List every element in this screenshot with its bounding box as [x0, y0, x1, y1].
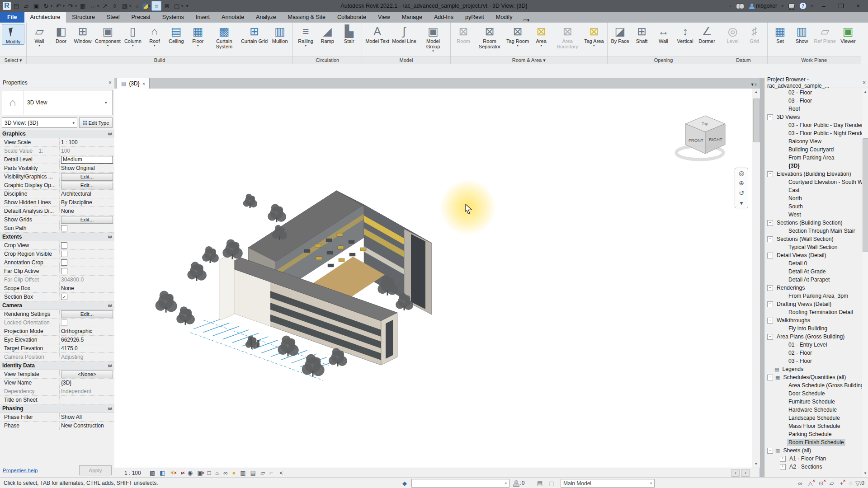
type-selector[interactable]: ⌂ 3D View ▾: [2, 90, 113, 115]
property-value[interactable]: Architectural: [61, 190, 91, 198]
type-selector-dropdown-icon[interactable]: ▾: [105, 100, 112, 105]
zoom-icon[interactable]: ⊕: [739, 179, 744, 187]
panel-label-room-area[interactable]: Room & Area ▾: [451, 56, 607, 64]
show-button[interactable]: ▥Show: [791, 24, 813, 44]
scroll-down-icon[interactable]: ▼: [752, 460, 760, 468]
tree-item-room-finish-schedule[interactable]: Room Finish Schedule: [764, 438, 862, 446]
drag-on-selection-toggle[interactable]: +: [840, 480, 844, 487]
tree-item-parking-schedule[interactable]: Parking Schedule: [764, 430, 862, 438]
tree-item-balcony-view[interactable]: Balcony View: [764, 137, 862, 145]
save-icon[interactable]: ▣: [32, 1, 41, 10]
property-value[interactable]: Show All: [61, 413, 82, 421]
tree-item-renderings[interactable]: −Renderings: [764, 284, 862, 292]
properties-close-icon[interactable]: ×: [108, 80, 112, 86]
dropdown-icon[interactable]: ▾: [505, 481, 507, 485]
tree-item-fly-into-building[interactable]: Fly into Building: [764, 324, 862, 333]
collapse-toggle-icon[interactable]: −: [767, 285, 773, 291]
section-icon[interactable]: ○: [132, 1, 142, 10]
crop-region-icon[interactable]: □: [207, 469, 211, 476]
temporary-hide-isolate-icon[interactable]: ∞: [223, 469, 227, 476]
tab-manage[interactable]: Manage: [396, 12, 428, 23]
tab-view[interactable]: View: [372, 12, 396, 23]
tree-item-03-floor-public-night-rende[interactable]: 03 - Floor Public - Night Rende: [764, 129, 862, 137]
property-value[interactable]: {3D}: [61, 379, 71, 387]
scroll-right-icon[interactable]: ›: [741, 469, 750, 477]
property-value[interactable]: 4175.0: [61, 344, 78, 352]
user-menu-dropdown-icon[interactable]: ▾: [782, 4, 783, 8]
navigation-bar[interactable]: ◎⊕↺▾: [735, 168, 748, 208]
tree-item-detail-at-parapet[interactable]: Detail At Parapet: [764, 276, 862, 284]
qat-customize-icon[interactable]: ▾: [184, 1, 190, 10]
temporary-view-properties-icon[interactable]: ▥: [240, 469, 245, 476]
undo-icon-dropdown[interactable]: ▾: [63, 4, 65, 8]
collapse-section-icon[interactable]: ∧∧: [108, 130, 112, 138]
sync-with-central-icon-dropdown[interactable]: ▾: [51, 4, 52, 8]
section-graphics[interactable]: Graphics∧∧: [0, 130, 114, 138]
tree-item-a1-floor-plan[interactable]: +A1 - Floor Plan: [764, 455, 862, 463]
select-links-toggle[interactable]: ∞: [798, 480, 802, 487]
tree-item-02-floor[interactable]: 02 - Floor: [764, 349, 862, 357]
tree-item-mass-floor-schedule[interactable]: Mass Floor Schedule: [764, 422, 862, 430]
railing-dropdown-icon[interactable]: ▾: [305, 44, 307, 47]
shaft-button[interactable]: ⊞Shaft: [631, 24, 653, 44]
full-navigation-wheel-icon[interactable]: ◎: [739, 169, 744, 177]
properties-help-link[interactable]: Properties help: [3, 468, 38, 473]
section-identity-data[interactable]: Identity Data∧∧: [0, 361, 114, 370]
checkbox-unchecked[interactable]: [61, 251, 67, 257]
roof-dropdown-icon[interactable]: ▾: [154, 44, 156, 47]
curtain-grid-button[interactable]: ⊞Curtain Grid: [240, 24, 269, 44]
project-browser-close-icon[interactable]: ×: [863, 80, 866, 86]
property-value[interactable]: New Construction: [61, 422, 104, 430]
view-selector-dropdown-icon[interactable]: ▾: [72, 121, 75, 125]
checkbox-unchecked[interactable]: [61, 268, 67, 274]
collapse-toggle-icon[interactable]: −: [767, 375, 773, 380]
room-separator-button[interactable]: ⊠Room Separator: [474, 24, 505, 49]
tree-item--3d-[interactable]: {3D}: [764, 162, 862, 170]
tree-item-a2-sections[interactable]: +A2 - Sections: [764, 463, 862, 471]
tag-area-button[interactable]: ⊠Tag Area▾: [583, 24, 605, 47]
tree-item-elevations-building-elevation-[interactable]: −Elevations (Building Elevation): [764, 170, 862, 178]
tag-room-dropdown-icon[interactable]: ▾: [517, 44, 519, 47]
dropdown-icon[interactable]: ▾: [650, 481, 652, 485]
tree-item-roof[interactable]: Roof: [764, 105, 862, 113]
edit-button[interactable]: Edit...: [61, 310, 113, 318]
scroll-down-icon[interactable]: ▼: [862, 470, 868, 477]
active-workset-dropdown[interactable]: ▾: [411, 479, 509, 488]
stair-button[interactable]: ▙Stair: [338, 24, 360, 44]
tab-insert[interactable]: Insert: [190, 12, 216, 23]
collapse-toggle-icon[interactable]: −: [767, 220, 773, 226]
ceiling-button[interactable]: ▤Ceiling: [165, 24, 187, 44]
tab-pyrevit[interactable]: pyRevit: [459, 12, 490, 23]
tree-item-section-through-main-stair[interactable]: Section Through Main Stair: [764, 227, 862, 235]
collapse-toggle-icon[interactable]: −: [767, 318, 773, 324]
floor-button[interactable]: ▦Floor▾: [187, 24, 209, 47]
tree-item-walkthroughs[interactable]: −Walkthroughs: [764, 316, 862, 324]
expand-toggle-icon[interactable]: +: [780, 464, 786, 470]
collapse-search-icon[interactable]: ‹: [730, 3, 732, 9]
roof-button[interactable]: ⌂Roof▾: [144, 24, 165, 47]
shadows-icon[interactable]: ◑: [179, 469, 183, 476]
panel-label-select[interactable]: Select ▾: [0, 56, 26, 64]
checkbox-checked[interactable]: ✓: [61, 294, 67, 300]
collapse-section-icon[interactable]: ∧∧: [108, 404, 112, 413]
tree-item-roofing-termination-detail[interactable]: Roofing Termination Detail: [764, 308, 862, 316]
by-face-button[interactable]: ◪By Face: [609, 24, 631, 44]
railing-button[interactable]: ≡Railing▾: [295, 24, 316, 47]
measure-icon-dropdown[interactable]: ▾: [97, 4, 99, 8]
tree-item-detail-views-detail-[interactable]: −Detail Views (Detail): [764, 251, 862, 259]
door-button[interactable]: ◧Door: [50, 24, 72, 44]
detail-level-icon[interactable]: ▩: [150, 469, 155, 476]
apply-button[interactable]: Apply: [79, 465, 112, 475]
edit-button[interactable]: Edit...: [61, 182, 113, 189]
tree-item-furniture-schedule[interactable]: Furniture Schedule: [764, 398, 862, 406]
tree-item-typical-wall-section[interactable]: Typical Wall Section: [764, 243, 862, 251]
mullion-button[interactable]: ▥Mullion: [269, 24, 291, 44]
visual-style-icon[interactable]: ◧: [160, 469, 165, 476]
set-button[interactable]: ▦Set: [769, 24, 791, 44]
view-bar-collapse-icon[interactable]: <: [280, 470, 283, 476]
tree-item-sections-wall-section-[interactable]: −Sections (Wall Section): [764, 235, 862, 243]
tree-item-courtyard-elevation-south-wi[interactable]: Courtyard Elevation - South Wi: [764, 178, 862, 186]
worksharing-display-icon[interactable]: ▤: [250, 469, 256, 476]
minimize-button[interactable]: –: [817, 0, 830, 12]
aligned-dimension-icon[interactable]: ↗: [100, 1, 109, 10]
